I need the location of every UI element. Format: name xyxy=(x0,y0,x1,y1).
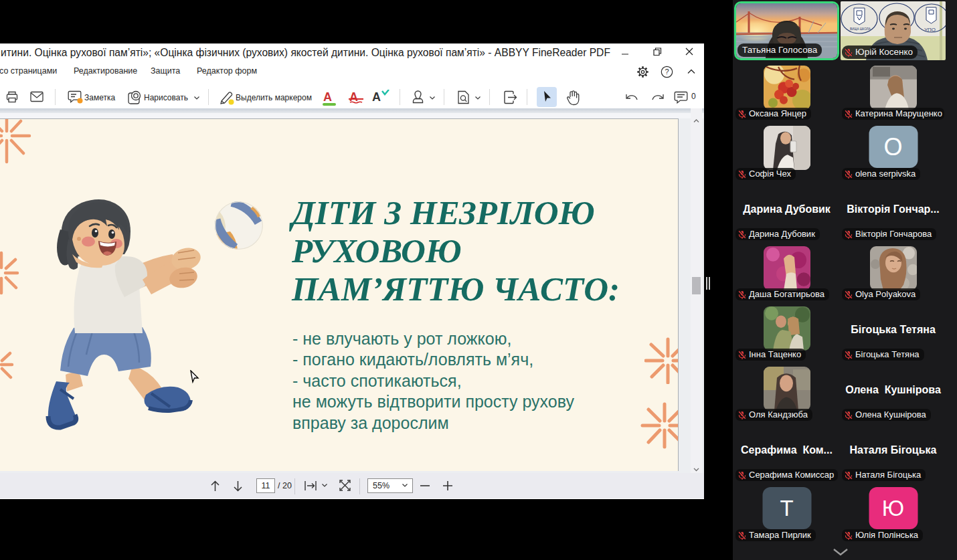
svg-text:ВИЩА ШКОЛА: ВИЩА ШКОЛА xyxy=(850,27,871,31)
svg-text:?: ? xyxy=(665,68,669,76)
svg-text:УПО: УПО xyxy=(924,27,936,33)
